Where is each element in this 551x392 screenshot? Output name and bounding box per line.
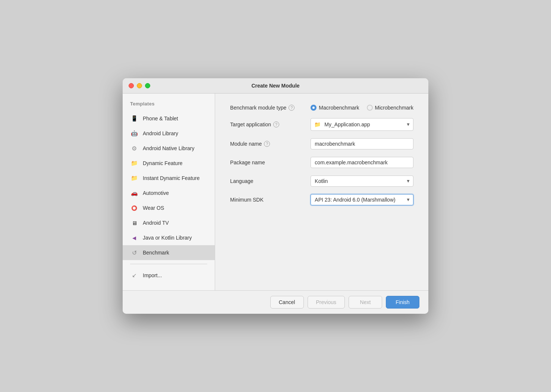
sidebar-item-import[interactable]: Import... (123, 268, 215, 283)
macrobenchmark-radio[interactable] (311, 105, 317, 111)
benchmark-module-type-label: Benchmark module type ? (230, 105, 305, 111)
module-name-help[interactable]: ? (264, 141, 270, 147)
sidebar-item-label: Instant Dynamic Feature (143, 175, 200, 181)
dialog-body: Templates Phone & Tablet Android Library… (123, 94, 428, 290)
sidebar-item-label: Phone & Tablet (143, 116, 178, 121)
sidebar-item-label: Dynamic Feature (143, 160, 183, 166)
sidebar-item-android-native[interactable]: Android Native Library (123, 141, 215, 156)
dynamic-icon (130, 159, 138, 167)
target-application-select[interactable]: My_Application.app (311, 118, 413, 131)
macrobenchmark-label: Macrobenchmark (319, 105, 359, 111)
minimum-sdk-row: Minimum SDK API 23: Android 6.0 (Marshma… (230, 194, 413, 205)
sidebar-item-label: Wear OS (143, 205, 164, 211)
android-icon (130, 129, 138, 137)
benchmark-module-type-row: Benchmark module type ? Macrobenchmark M… (230, 105, 413, 111)
target-application-row: Target application ? 📁 My_Application.ap… (230, 118, 413, 131)
target-application-wrapper: 📁 My_Application.app ▼ (311, 118, 413, 131)
finish-button[interactable]: Finish (386, 296, 419, 309)
module-name-label: Module name ? (230, 141, 305, 147)
sidebar-item-label: Benchmark (143, 250, 169, 256)
phone-icon (130, 114, 138, 123)
macrobenchmark-option[interactable]: Macrobenchmark (311, 105, 359, 111)
minimum-sdk-wrapper: API 23: Android 6.0 (Marshmallow) ▼ (311, 194, 413, 205)
sidebar-item-android-tv[interactable]: Android TV (123, 215, 215, 230)
microbenchmark-label: Microbenchmark (375, 105, 413, 111)
sidebar-item-benchmark[interactable]: Benchmark (123, 245, 215, 260)
sidebar-item-label: Android TV (143, 220, 169, 226)
minimum-sdk-select[interactable]: API 23: Android 6.0 (Marshmallow) (311, 194, 413, 205)
benchmark-module-type-radio-group: Macrobenchmark Microbenchmark (311, 105, 413, 111)
tv-icon (130, 219, 138, 227)
package-name-input[interactable] (311, 157, 413, 168)
language-select[interactable]: Kotlin (311, 176, 413, 187)
sidebar-header: Templates (123, 101, 215, 111)
sidebar-item-label: Android Library (143, 130, 178, 136)
dialog-title: Create New Module (251, 83, 299, 89)
wear-icon (130, 204, 138, 212)
minimum-sdk-label: Minimum SDK (230, 197, 305, 203)
language-label: Language (230, 178, 305, 184)
module-name-row: Module name ? (230, 138, 413, 149)
target-application-help[interactable]: ? (273, 121, 279, 127)
sidebar-item-android-library[interactable]: Android Library (123, 126, 215, 141)
sidebar-divider (130, 264, 207, 264)
language-wrapper: Kotlin ▼ (311, 176, 413, 187)
kotlin-icon (130, 234, 138, 242)
sidebar-item-instant-dynamic[interactable]: Instant Dynamic Feature (123, 171, 215, 186)
title-bar: Create New Module (123, 78, 428, 94)
instant-icon (130, 174, 138, 182)
sidebar-item-label: Automotive (143, 190, 169, 196)
main-content: Benchmark module type ? Macrobenchmark M… (215, 94, 428, 290)
package-name-row: Package name (230, 157, 413, 168)
package-name-label: Package name (230, 159, 305, 165)
microbenchmark-radio[interactable] (367, 105, 373, 111)
benchmark-icon (130, 249, 138, 257)
benchmark-module-type-help[interactable]: ? (289, 105, 295, 111)
minimize-button[interactable] (137, 83, 142, 88)
sidebar-item-label: Import... (143, 272, 162, 278)
sidebar-item-wear-os[interactable]: Wear OS (123, 200, 215, 215)
traffic-lights (129, 83, 150, 88)
sidebar-item-label: Java or Kotlin Library (143, 235, 192, 241)
sidebar-item-phone-tablet[interactable]: Phone & Tablet (123, 111, 215, 126)
previous-button[interactable]: Previous (308, 296, 345, 309)
language-row: Language Kotlin ▼ (230, 176, 413, 187)
target-application-label: Target application ? (230, 121, 305, 127)
import-icon (130, 271, 138, 279)
native-icon (130, 144, 138, 152)
microbenchmark-option[interactable]: Microbenchmark (367, 105, 413, 111)
sidebar-item-label: Android Native Library (143, 145, 195, 151)
maximize-button[interactable] (145, 83, 150, 88)
next-button[interactable]: Next (349, 296, 382, 309)
close-button[interactable] (129, 83, 134, 88)
sidebar-item-dynamic-feature[interactable]: Dynamic Feature (123, 156, 215, 171)
automotive-icon (130, 189, 138, 197)
sidebar: Templates Phone & Tablet Android Library… (123, 94, 215, 290)
cancel-button[interactable]: Cancel (270, 296, 304, 309)
sidebar-item-kotlin-library[interactable]: Java or Kotlin Library (123, 230, 215, 245)
sidebar-item-automotive[interactable]: Automotive (123, 186, 215, 200)
dialog-footer: Cancel Previous Next Finish (123, 290, 428, 314)
create-new-module-dialog: Create New Module Templates Phone & Tabl… (123, 78, 428, 314)
module-name-input[interactable] (311, 138, 413, 149)
